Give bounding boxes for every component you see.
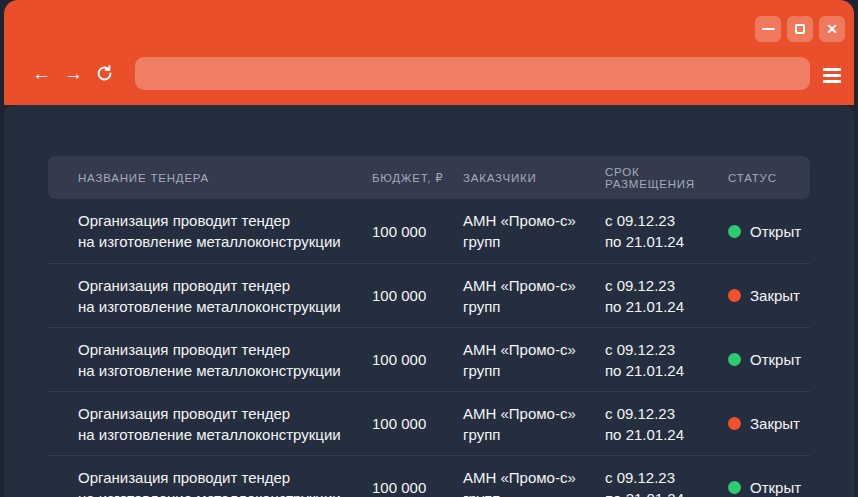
refresh-button[interactable] [95,64,114,83]
tender-status: Открыт [728,221,811,242]
maximize-button[interactable] [787,16,813,42]
content-panel: НАЗВАНИЕ ТЕНДЕРА БЮДЖЕТ, ₽ ЗАКАЗЧИКИ СРО… [4,105,854,497]
column-header-tender-name: НАЗВАНИЕ ТЕНДЕРА [78,172,372,184]
menu-button[interactable] [819,64,845,87]
browser-chrome: ✕ ← → [4,0,854,105]
tender-period: с 09.12.23 по 21.01.24 [605,467,728,497]
column-header-status: СТАТУС [728,172,810,184]
tender-name: Организация проводит тендер на изготовле… [78,467,372,497]
status-label: Закрыт [750,413,800,434]
status-label: Открыт [750,477,801,497]
window-controls: ✕ [755,16,845,42]
tender-budget: 100 000 [372,477,463,497]
tender-customer: АМН «Промо-с» групп [463,275,605,317]
refresh-icon [95,64,114,83]
status-label: Открыт [750,221,801,242]
tender-budget: 100 000 [372,413,463,434]
back-button[interactable]: ← [32,64,51,83]
forward-button[interactable]: → [64,64,83,83]
tender-budget: 100 000 [372,221,463,242]
close-button[interactable]: ✕ [819,16,845,42]
table-header-row: НАЗВАНИЕ ТЕНДЕРА БЮДЖЕТ, ₽ ЗАКАЗЧИКИ СРО… [48,156,810,199]
status-dot [728,289,741,302]
table-row[interactable]: Организация проводит тендер на изготовле… [48,263,810,327]
maximize-icon [795,24,805,34]
tender-name: Организация проводит тендер на изготовле… [78,403,372,445]
status-label: Закрыт [750,285,800,306]
table-row[interactable]: Организация проводит тендер на изготовле… [48,455,810,497]
tender-period: с 09.12.23 по 21.01.24 [605,339,728,381]
status-label: Открыт [750,349,801,370]
tender-name: Организация проводит тендер на изготовле… [78,339,372,381]
status-dot [728,417,741,430]
table-row[interactable]: Организация проводит тендер на изготовле… [48,327,810,391]
tender-status: Закрыт [728,285,810,306]
back-icon: ← [32,64,51,83]
tender-customer: АМН «Промо-с» групп [463,210,605,252]
table-row[interactable]: Организация проводит тендер на изготовле… [48,199,810,263]
tender-budget: 100 000 [372,349,463,370]
tender-period: с 09.12.23 по 21.01.24 [605,403,728,445]
tender-name: Организация проводит тендер на изготовле… [78,275,372,317]
table-row[interactable]: Организация проводит тендер на изготовле… [48,391,810,455]
column-header-budget: БЮДЖЕТ, ₽ [372,171,463,185]
tender-customer: АМН «Промо-с» групп [463,339,605,381]
status-dot [728,353,741,366]
minimize-icon [762,28,775,31]
forward-icon: → [64,64,83,83]
tender-status: Открыт [728,349,811,370]
tender-status: Закрыт [728,413,810,434]
tender-name: Организация проводит тендер на изготовле… [78,210,372,252]
app-window: ✕ ← → [0,0,858,497]
navigation-bar: ← → [4,57,854,90]
hamburger-menu-icon [823,68,841,71]
tender-status: Открыт [728,477,811,497]
column-header-customers: ЗАКАЗЧИКИ [463,172,605,184]
tender-customer: АМН «Промо-с» групп [463,467,605,497]
address-bar-input[interactable] [135,57,810,90]
tender-customer: АМН «Промо-с» групп [463,403,605,445]
tender-period: с 09.12.23 по 21.01.24 [605,275,728,317]
close-icon: ✕ [826,22,838,36]
tender-budget: 100 000 [372,285,463,306]
minimize-button[interactable] [755,16,781,42]
status-dot [728,481,741,494]
status-dot [728,225,741,238]
tenders-table: НАЗВАНИЕ ТЕНДЕРА БЮДЖЕТ, ₽ ЗАКАЗЧИКИ СРО… [48,156,810,497]
tender-period: с 09.12.23 по 21.01.24 [605,210,728,252]
column-header-period: СРОК РАЗМЕЩЕНИЯ [605,166,728,190]
